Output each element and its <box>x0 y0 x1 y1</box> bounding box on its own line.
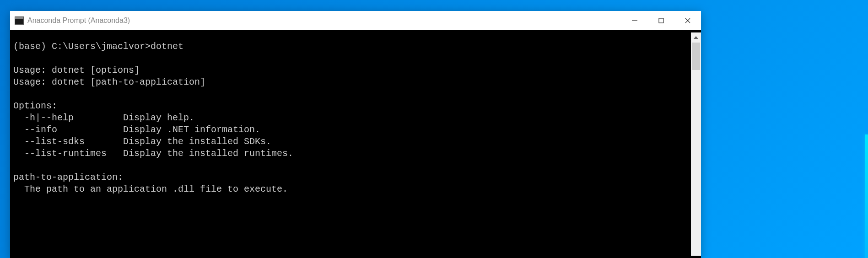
prompt-line: (base) C:\Users\jmaclvor>dotnet <box>13 41 183 52</box>
titlebar[interactable]: Anaconda Prompt (Anaconda3) <box>10 11 701 30</box>
maximize-icon <box>658 17 664 24</box>
path-desc: The path to an application .dll file to … <box>13 184 288 194</box>
path-header: path-to-application: <box>13 172 123 183</box>
options-header: Options: <box>13 101 57 111</box>
desktop-edge-glow <box>865 134 868 258</box>
option-line: --list-sdks Display the installed SDKs. <box>13 136 271 147</box>
window-title: Anaconda Prompt (Anaconda3) <box>27 16 621 25</box>
close-icon <box>685 17 691 24</box>
usage-line: Usage: dotnet [path-to-application] <box>13 77 205 87</box>
close-button[interactable] <box>674 11 701 30</box>
terminal-area: (base) C:\Users\jmaclvor>dotnet Usage: d… <box>10 30 701 258</box>
minimize-icon <box>631 17 638 24</box>
option-line: --list-runtimes Display the installed ru… <box>13 148 293 159</box>
maximize-button[interactable] <box>648 11 674 30</box>
window-controls <box>621 11 701 30</box>
terminal-window: Anaconda Prompt (Anaconda3) (base) C:\Us… <box>10 11 701 258</box>
minimize-button[interactable] <box>621 11 648 30</box>
usage-line: Usage: dotnet [options] <box>13 65 140 75</box>
option-line: -h|--help Display help. <box>13 113 194 123</box>
option-line: --info Display .NET information. <box>13 124 260 135</box>
vertical-scrollbar[interactable] <box>691 32 701 256</box>
scroll-up-arrow-icon[interactable] <box>691 32 701 43</box>
scrollbar-thumb[interactable] <box>692 43 700 70</box>
terminal-content[interactable]: (base) C:\Users\jmaclvor>dotnet Usage: d… <box>12 32 691 256</box>
terminal-app-icon <box>15 16 24 25</box>
svg-rect-1 <box>659 18 663 23</box>
